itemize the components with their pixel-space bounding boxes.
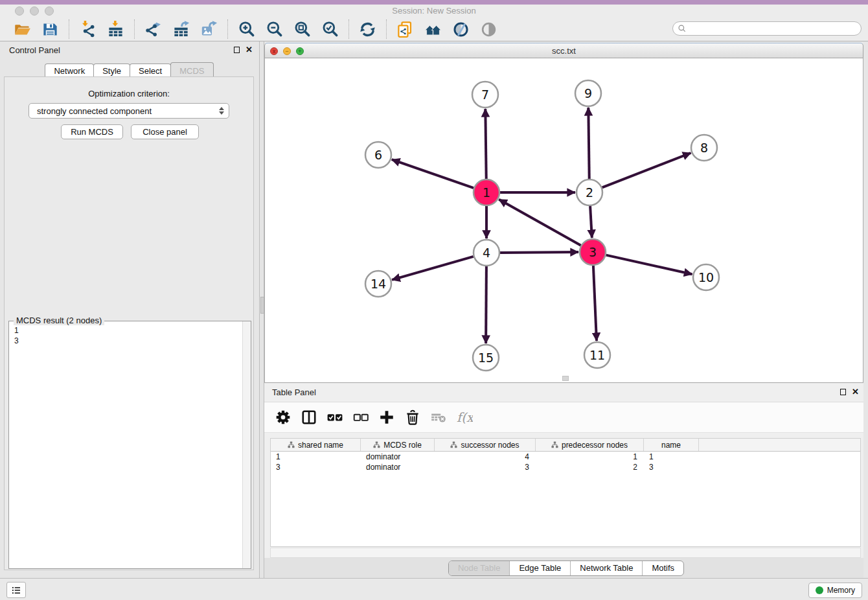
graph-edge-4-15[interactable] [486,266,486,343]
graph-node-15[interactable]: 15 [473,345,499,371]
graph-node-14[interactable]: 14 [365,271,391,297]
import-table-icon[interactable] [107,21,124,38]
graph-node-11[interactable]: 11 [584,342,610,368]
svg-text:6: 6 [374,148,382,162]
export-image-icon[interactable] [200,21,218,38]
criterion-select[interactable]: strongly connected component [29,103,229,119]
zoom-fit-icon[interactable] [293,21,311,38]
column-layout-icon[interactable] [301,409,317,426]
run-mcds-button[interactable]: Run MCDS [61,124,123,139]
tab-edge-table[interactable]: Edge Table [509,561,570,575]
save-session-icon[interactable] [41,21,59,38]
result-scrollbar[interactable] [242,321,251,568]
task-list-icon [10,584,22,596]
graph-edge-2-8[interactable] [602,153,691,187]
graph-node-3[interactable]: 3 [580,239,606,265]
deselect-all-icon[interactable] [352,409,369,426]
graph-node-4[interactable]: 4 [474,240,499,266]
table-panel-header: Table Panel ✕ [264,384,868,402]
graph-edge-3-1[interactable] [499,200,581,246]
window-resize-grip[interactable] [562,376,569,381]
svg-text:9: 9 [584,86,592,100]
table-row[interactable]: 3dominator323 [271,462,860,472]
cell-MCDS-role[interactable]: dominator [361,462,435,472]
settings-icon[interactable] [275,409,291,426]
tab-network-table[interactable]: Network Table [570,561,642,575]
close-table-panel-icon[interactable]: ✕ [852,388,859,396]
graph-edge-4-14[interactable] [392,257,474,280]
graph-edge-2-3[interactable] [590,206,592,238]
close-panel-icon[interactable]: ✕ [246,46,253,54]
column-header-MCDS-role[interactable]: MCDS role [361,439,435,451]
table-row[interactable]: 1dominator411 [271,452,860,462]
graph-node-6[interactable]: 6 [365,142,391,168]
toolbar-group [134,19,227,39]
memory-button[interactable]: Memory [808,583,862,598]
graph-edge-3-11[interactable] [593,266,597,341]
delete-table-icon [430,409,447,426]
svg-text:4: 4 [483,246,490,260]
table-tabs: Node TableEdge TableNetwork TableMotifs [448,560,684,576]
graph-edge-1-6[interactable] [392,159,474,188]
cell-predecessor-nodes[interactable]: 2 [536,462,644,472]
tab-node-table[interactable]: Node Table [449,561,510,575]
table-panel-title: Table Panel [272,387,316,397]
import-network-icon[interactable] [79,21,97,38]
network-window-titlebar[interactable]: x − + scc.txt [264,43,863,58]
cell-successor-nodes[interactable]: 3 [435,462,536,472]
add-icon[interactable] [378,409,395,426]
first-neighbors-icon[interactable] [424,21,442,38]
select-all-icon[interactable] [326,409,343,426]
cell-MCDS-role[interactable]: dominator [361,452,435,462]
cell-name[interactable]: 1 [644,452,699,462]
table-tabs-strip: Node TableEdge TableNetwork TableMotifs [264,558,868,578]
control-panel: Control Panel ✕ NetworkStyleSelectMCDS O… [0,41,259,578]
network-canvas[interactable]: 7968124314101511 [264,58,863,383]
close-panel-button[interactable]: Close panel [131,124,199,139]
graph-node-1[interactable]: 1 [474,179,499,205]
cell-shared-name[interactable]: 3 [271,462,361,472]
clone-network-icon[interactable] [396,21,414,38]
toolbar-group [348,19,386,39]
graph-node-10[interactable]: 10 [693,264,719,290]
graph-node-8[interactable]: 8 [691,135,717,161]
network-view-window: x − + scc.txt 7968124314101511 [264,43,863,383]
table-panel: Table Panel ✕ f(x) shared nameMCDS roles… [264,384,868,578]
svg-text:3: 3 [589,245,597,259]
zoom-out-icon[interactable] [266,21,283,38]
table-toolbar: f(x) [264,402,863,433]
graph-node-7[interactable]: 7 [472,82,498,108]
search-input[interactable] [687,23,861,34]
search-box[interactable] [672,21,862,36]
export-table-icon[interactable] [172,21,190,38]
graph-edge-2-9[interactable] [588,108,589,179]
graph-node-2[interactable]: 2 [577,179,602,205]
zoom-selected-icon[interactable] [321,21,339,38]
cell-predecessor-nodes[interactable]: 1 [536,452,644,462]
refresh-icon[interactable] [359,21,376,38]
cell-name[interactable]: 3 [644,462,699,472]
table-hscrollbar[interactable] [270,548,861,558]
graph-node-9[interactable]: 9 [575,80,601,106]
column-header-successor-nodes[interactable]: successor nodes [435,439,536,451]
toolbar-group [4,19,69,39]
zoom-in-icon[interactable] [238,21,255,38]
tab-motifs[interactable]: Motifs [642,561,683,575]
task-history-button[interactable] [6,582,26,598]
cell-shared-name[interactable]: 1 [271,452,361,462]
column-header-shared-name[interactable]: shared name [271,439,361,451]
column-header-predecessor-nodes[interactable]: predecessor nodes [536,439,644,451]
export-network-icon[interactable] [144,21,162,38]
panel-split-divider[interactable] [259,41,264,578]
float-panel-icon[interactable] [234,47,240,53]
graph-edge-1-7[interactable] [485,109,486,179]
hide-details-icon[interactable] [452,21,470,38]
graph-edge-4-3[interactable] [500,252,578,253]
open-session-icon[interactable] [14,21,31,38]
delete-icon[interactable] [404,409,421,426]
column-header-name[interactable]: name [644,439,699,451]
graph-edge-3-10[interactable] [606,255,692,275]
show-graphics-icon[interactable] [480,21,497,38]
cell-successor-nodes[interactable]: 4 [435,452,536,462]
float-table-panel-icon[interactable] [840,389,846,395]
